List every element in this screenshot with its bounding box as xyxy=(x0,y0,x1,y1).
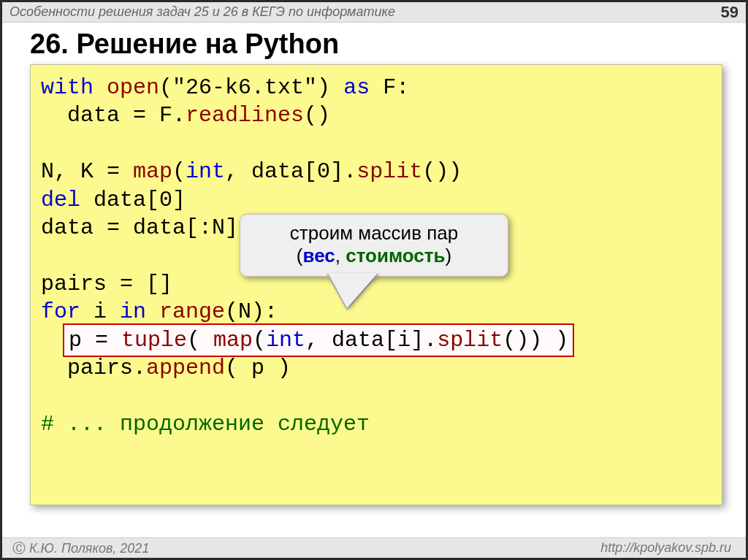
slide-heading: 26. Решение на Python xyxy=(2,23,746,64)
code-keyword: del xyxy=(41,188,80,212)
callout-tail xyxy=(328,273,378,308)
code-method: append xyxy=(146,356,225,380)
highlighted-line: p = tuple( map(int, data[i].split()) ) xyxy=(63,323,574,357)
code-method: readlines xyxy=(186,103,304,128)
code-comment: # ... продолжение следует xyxy=(41,412,370,437)
code-method: split xyxy=(356,159,422,184)
topbar-title: Особенности решения задач 25 и 26 в КЕГЭ… xyxy=(9,4,395,20)
callout-cost: стоимость xyxy=(346,245,445,266)
code-block: with open("26-k6.txt") as F: data = F.re… xyxy=(30,64,722,505)
slide: Особенности решения задач 25 и 26 в КЕГЭ… xyxy=(0,0,748,560)
topbar: Особенности решения задач 25 и 26 в КЕГЭ… xyxy=(2,2,746,23)
slide-number: 59 xyxy=(721,3,739,22)
code-keyword: in xyxy=(120,299,146,324)
code-func: map xyxy=(213,328,253,353)
callout-weight: вес xyxy=(303,245,335,266)
footer-url: http://kpolyakov.spb.ru xyxy=(600,540,731,556)
callout-line1: строим массив пар xyxy=(251,222,497,245)
code-type: int xyxy=(266,328,305,353)
footer: Ⓒ К.Ю. Поляков, 2021 http://kpolyakov.sp… xyxy=(2,537,746,558)
code-keyword: with xyxy=(41,75,94,100)
code-func: open xyxy=(107,75,159,100)
footer-copyright: Ⓒ К.Ю. Поляков, 2021 xyxy=(12,540,149,557)
code-func: range xyxy=(159,299,225,324)
code-type: int xyxy=(186,159,225,184)
code-method: split xyxy=(437,328,503,353)
code-string: "26-k6.txt" xyxy=(172,75,317,100)
callout-line2: (вес, стоимость) xyxy=(251,245,497,267)
code-func: tuple xyxy=(121,328,187,353)
callout-bubble: строим массив пар (вес, стоимость) xyxy=(240,214,508,277)
copyright-icon: Ⓒ xyxy=(12,541,26,556)
code-keyword: as xyxy=(343,75,370,100)
code-keyword: for xyxy=(41,299,80,324)
code-func: map xyxy=(133,159,172,184)
